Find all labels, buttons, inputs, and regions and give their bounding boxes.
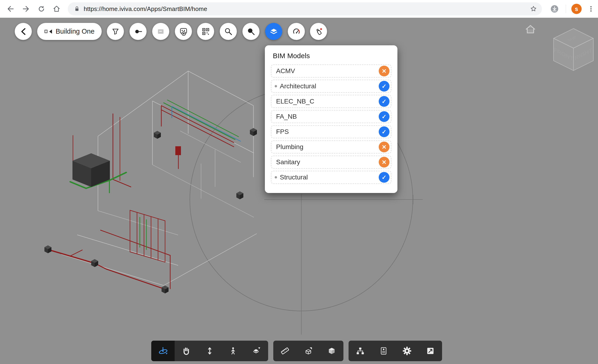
isolate-button[interactable] bbox=[130, 23, 147, 40]
search-model-button[interactable] bbox=[242, 23, 259, 40]
circle-line-icon bbox=[134, 27, 143, 36]
building-selector-button[interactable]: Building One bbox=[37, 23, 102, 40]
gauge-button[interactable] bbox=[288, 23, 305, 40]
model-item-elec-nb-c[interactable]: ELEC_NB_C ✓ bbox=[271, 95, 391, 108]
model-item-structural[interactable]: Structural ✓ bbox=[271, 171, 391, 184]
viewport-home-button[interactable] bbox=[525, 23, 536, 35]
tag-icon bbox=[156, 27, 165, 36]
model-item-fps[interactable]: FPS ✓ bbox=[271, 125, 391, 138]
downloads-icon[interactable] bbox=[550, 4, 559, 14]
close-icon: ✕ bbox=[382, 68, 387, 74]
remove-model-button[interactable]: ✕ bbox=[379, 142, 390, 152]
browser-chrome: https://home.iviva.com/Apps/SmartBIM/hom… bbox=[0, 0, 598, 18]
filter-funnel-icon bbox=[111, 27, 120, 36]
model-item-label: Plumbing bbox=[276, 143, 303, 151]
toggle-model-button[interactable]: ✓ bbox=[379, 81, 390, 92]
properties-button[interactable] bbox=[372, 341, 395, 361]
section-box-tool-button[interactable] bbox=[297, 341, 320, 361]
zoom-tool-button[interactable] bbox=[198, 341, 221, 361]
back-button[interactable] bbox=[15, 23, 32, 40]
orbit-icon bbox=[158, 346, 168, 356]
close-icon: ✕ bbox=[382, 144, 387, 150]
person-icon bbox=[228, 346, 238, 356]
model-item-label: FPS bbox=[276, 128, 289, 136]
qr-code-icon bbox=[201, 27, 210, 36]
model-cube-tool-button[interactable] bbox=[320, 341, 343, 361]
model-item-plumbing[interactable]: Plumbing ✕ bbox=[271, 140, 391, 154]
browser-reload-icon[interactable] bbox=[37, 4, 46, 14]
paint-button[interactable] bbox=[310, 23, 327, 40]
toggle-model-button[interactable]: ✓ bbox=[379, 111, 390, 122]
model-item-label: Sanitary bbox=[276, 158, 300, 166]
model-item-label: Structural bbox=[280, 174, 308, 181]
search-filled-icon bbox=[247, 27, 256, 36]
toggle-model-button[interactable]: ✓ bbox=[379, 172, 390, 183]
toggle-model-button[interactable]: ✓ bbox=[379, 96, 390, 107]
browser-forward-icon[interactable] bbox=[21, 4, 31, 14]
gauge-icon bbox=[292, 27, 301, 36]
lock-icon bbox=[73, 5, 80, 12]
bim-model-wireframe bbox=[44, 71, 257, 293]
popup-title: BIM Models bbox=[273, 52, 391, 60]
layers-icon bbox=[269, 27, 278, 36]
model-item-label: FA_NB bbox=[276, 113, 297, 120]
chevron-left-icon bbox=[19, 27, 28, 36]
toggle-model-button[interactable]: ✓ bbox=[379, 126, 390, 137]
building-select-icon bbox=[44, 27, 53, 36]
ruler-icon bbox=[280, 346, 290, 356]
gear-icon bbox=[402, 346, 412, 356]
cube-icon bbox=[327, 346, 337, 356]
hierarchy-button[interactable] bbox=[349, 341, 372, 361]
browser-home-icon[interactable] bbox=[52, 4, 61, 14]
model-item-label: ACMV bbox=[276, 67, 295, 75]
tag-button[interactable] bbox=[152, 23, 169, 40]
explode-layers-tool-button[interactable] bbox=[245, 341, 268, 361]
smartbim-app: https://home.iviva.com/Apps/SmartBIM/hom… bbox=[0, 0, 598, 364]
building-name: Building One bbox=[56, 28, 94, 35]
qr-scan-button[interactable] bbox=[197, 23, 214, 40]
spray-icon bbox=[314, 27, 323, 36]
model-item-label: Architectural bbox=[280, 82, 316, 90]
check-icon: ✓ bbox=[382, 129, 387, 135]
filter-button[interactable] bbox=[107, 23, 124, 40]
browser-back-icon[interactable] bbox=[6, 4, 15, 14]
loaded-marker-dot bbox=[275, 176, 277, 178]
measure-tool-button[interactable] bbox=[273, 341, 297, 361]
check-icon: ✓ bbox=[382, 98, 387, 105]
model-item-acmv[interactable]: ACMV ✕ bbox=[271, 65, 391, 78]
model-item-fa-nb[interactable]: FA_NB ✓ bbox=[271, 110, 391, 123]
kebab-menu-icon[interactable] bbox=[586, 4, 596, 14]
close-icon: ✕ bbox=[382, 159, 387, 166]
badge-plus-icon bbox=[179, 27, 188, 36]
orbit-tool-button[interactable] bbox=[151, 341, 175, 361]
avatar[interactable]: s bbox=[571, 4, 582, 14]
address-bar[interactable]: https://home.iviva.com/Apps/SmartBIM/hom… bbox=[68, 2, 542, 16]
id-card-icon bbox=[379, 346, 389, 356]
view-cube[interactable]: TOP FRONT RIGHT bbox=[551, 26, 596, 73]
check-icon: ✓ bbox=[382, 113, 387, 120]
utility-toolbar bbox=[349, 341, 442, 361]
bookmark-star-icon[interactable] bbox=[530, 5, 537, 13]
remove-model-button[interactable]: ✕ bbox=[379, 66, 390, 76]
fullscreen-button[interactable] bbox=[419, 341, 442, 361]
loaded-marker-dot bbox=[275, 85, 277, 87]
check-icon: ✓ bbox=[382, 174, 387, 181]
remove-model-button[interactable]: ✕ bbox=[379, 157, 390, 168]
navigation-toolbar bbox=[151, 341, 268, 361]
pan-tool-button[interactable] bbox=[175, 341, 198, 361]
toolbar-separator bbox=[566, 5, 566, 13]
model-item-architectural[interactable]: Architectural ✓ bbox=[271, 80, 391, 93]
search-button[interactable] bbox=[220, 23, 237, 40]
check-icon: ✓ bbox=[382, 83, 387, 90]
expand-icon bbox=[425, 346, 435, 356]
walk-tool-button[interactable] bbox=[221, 341, 245, 361]
bim-models-popup: BIM Models ACMV ✕ Architectural ✓ ELEC_N… bbox=[265, 45, 398, 193]
bim-models-button[interactable] bbox=[265, 23, 282, 40]
section-box-icon bbox=[303, 346, 313, 356]
hierarchy-icon bbox=[355, 346, 365, 356]
add-view-button[interactable] bbox=[175, 23, 192, 40]
settings-button[interactable] bbox=[395, 341, 419, 361]
search-icon bbox=[224, 27, 233, 36]
model-item-sanitary[interactable]: Sanitary ✕ bbox=[271, 156, 391, 169]
url-text[interactable]: https://home.iviva.com/Apps/SmartBIM/hom… bbox=[84, 5, 207, 13]
